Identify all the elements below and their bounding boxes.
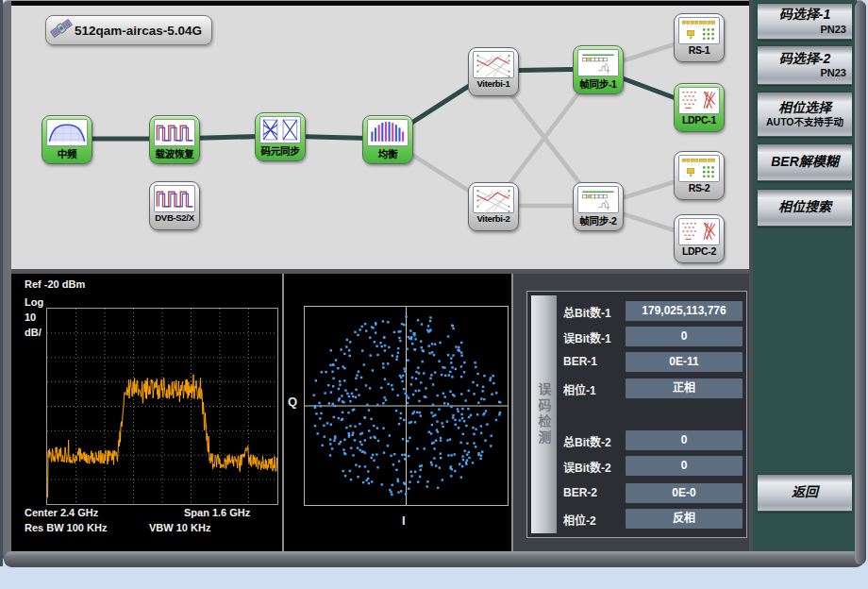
constellation-point <box>444 375 446 377</box>
constellation-point <box>438 409 440 411</box>
constellation-point <box>403 324 405 326</box>
constellation-point <box>433 457 435 459</box>
constellation-point <box>329 364 331 366</box>
constellation-point <box>483 375 485 377</box>
block-zaibo[interactable]: 载波恢复 <box>149 115 200 164</box>
constellation-point <box>335 359 337 361</box>
constellation-point <box>430 374 432 376</box>
constellation-point <box>406 348 408 350</box>
constellation-point <box>420 340 422 342</box>
sidebar-button-2[interactable]: 码选择-2PN23 <box>758 45 852 85</box>
constellation-point <box>368 429 370 431</box>
constellation-point <box>435 464 437 466</box>
constellation-point <box>411 377 413 379</box>
block-zhen2[interactable]: 帧同步-2 <box>573 182 624 231</box>
carrier-wave-icon <box>154 119 195 146</box>
block-rs1[interactable]: RS-1 <box>674 13 725 62</box>
signal-source-button[interactable]: 512qam-aircas-5.04G <box>45 15 212 45</box>
sidebar-button-1[interactable]: 码选择-1PN23 <box>758 3 852 40</box>
constellation-point <box>426 480 428 482</box>
constellation-point <box>355 396 357 398</box>
constellation-point <box>401 323 403 325</box>
constellation-point <box>435 440 437 442</box>
constellation-point <box>432 404 434 406</box>
constellation-point <box>490 445 492 446</box>
constellation-point <box>382 428 384 429</box>
constellation-point <box>408 488 409 490</box>
constellation-point <box>473 433 475 435</box>
ber-row-label: BER-1 <box>563 355 597 368</box>
constellation-point <box>473 393 475 395</box>
constellation-point <box>342 418 343 420</box>
constellation-point <box>320 412 322 414</box>
block-zhongpin[interactable]: 中频 <box>42 115 92 164</box>
spectrum-scale-10: 10 <box>25 311 36 323</box>
constellation-point <box>472 427 474 429</box>
constellation-point <box>446 420 448 422</box>
constellation-point <box>332 403 334 405</box>
constellation-point <box>425 396 426 398</box>
constellation-point <box>430 462 432 463</box>
constellation-point <box>463 371 465 373</box>
constellation-point <box>397 352 399 354</box>
block-junheng[interactable]: 均衡 <box>362 115 413 164</box>
constellation-point <box>318 402 320 404</box>
block-ldpc2[interactable]: LDPC-2 <box>674 214 725 263</box>
constellation-point <box>453 395 455 396</box>
constellation-point <box>483 398 485 400</box>
constellation-point <box>468 451 470 453</box>
constellation-point <box>430 432 432 434</box>
ber-row-label: 误Bit数-2 <box>563 459 611 475</box>
block-rs2[interactable]: RS-2 <box>674 151 725 200</box>
constellation-point <box>460 342 462 344</box>
constellation-point <box>451 325 453 327</box>
block-zhen1[interactable]: 帧同步-1 <box>573 45 624 94</box>
constellation-point <box>431 463 433 465</box>
constellation-point <box>377 440 379 442</box>
constellation-point <box>479 458 481 460</box>
constellation-point <box>466 443 468 445</box>
sidebar-button-value: PN23 <box>758 67 852 79</box>
block-viterbi2[interactable]: Viterbi-2 <box>468 182 519 231</box>
constellation-point <box>329 443 331 445</box>
eye-diagram-icon <box>259 116 301 143</box>
constellation-point <box>348 349 350 351</box>
constellation-point <box>463 362 465 363</box>
constellation-point <box>325 371 326 373</box>
constellation-point <box>338 417 340 419</box>
constellation-point <box>459 463 460 465</box>
sidebar-button-3[interactable]: 相位选择AUTO不支持手动 <box>758 92 852 137</box>
constellation-point <box>349 425 351 427</box>
constellation-point <box>421 346 423 348</box>
constellation-point <box>442 393 444 395</box>
constellation-point <box>449 371 451 373</box>
constellation-point <box>357 334 359 336</box>
constellation-point <box>395 410 397 412</box>
constellation-point <box>402 438 404 440</box>
constellation-point <box>352 431 354 433</box>
block-dvb[interactable]: DVB-S2/X <box>149 181 200 230</box>
constellation-point <box>347 412 349 413</box>
constellation-point <box>412 394 414 395</box>
back-button[interactable]: 返回 <box>758 474 852 512</box>
block-mayuan[interactable]: 码元同步 <box>255 112 306 161</box>
constellation-point <box>477 454 479 456</box>
spectrum-center-label: Center 2.4 GHz <box>25 507 98 518</box>
constellation-point <box>338 388 340 390</box>
constellation-point <box>348 395 350 397</box>
ber-row-value: 0 <box>626 327 743 346</box>
constellation-point <box>410 383 412 385</box>
sidebar-button-5[interactable]: 相位搜索 <box>758 189 852 227</box>
constellation-point <box>492 375 494 377</box>
block-viterbi1[interactable]: Viterbi-1 <box>468 47 519 96</box>
ber-row-label: 总Bit数-2 <box>563 433 611 449</box>
block-label: 载波恢复 <box>150 146 199 160</box>
sidebar-button-4[interactable]: BER解模糊 <box>758 143 852 181</box>
constellation-point <box>451 366 453 368</box>
constellation-point <box>442 479 443 480</box>
trellis-icon <box>473 186 514 213</box>
constellation-point <box>481 451 483 453</box>
constellation-point <box>403 367 405 369</box>
constellation-point <box>426 485 428 487</box>
block-ldpc1[interactable]: LDPC-1 <box>674 83 725 132</box>
